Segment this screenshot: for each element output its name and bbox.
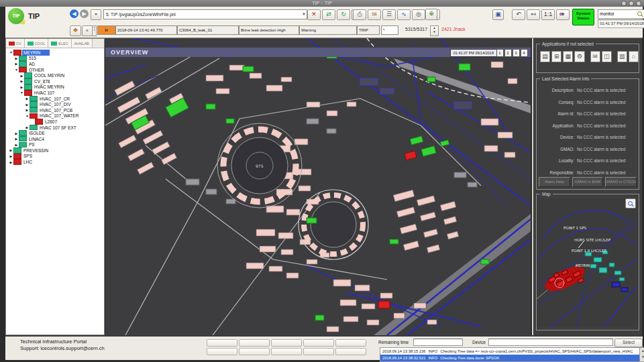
trend-panel-icon[interactable]: ⊞: [551, 51, 561, 62]
tree-item-515[interactable]: ▶515: [6, 56, 104, 62]
search-input[interactable]: [598, 10, 636, 17]
alarm-description-cell[interactable]: Brine leak detection High: [239, 25, 299, 35]
search-icon[interactable]: [637, 11, 642, 16]
settings-icon[interactable]: ⚙: [574, 51, 584, 62]
alarm-filter-combobox[interactable]: *: [381, 25, 398, 35]
site-map[interactable]: 975: [105, 38, 531, 335]
split-view-icon[interactable]: ⇄: [322, 9, 335, 20]
camera-icon[interactable]: ⌂: [629, 51, 639, 62]
tree-closed-arrow-icon[interactable]: ▶: [25, 103, 30, 107]
remaining-time-field[interactable]: [413, 339, 463, 346]
quick-slot-button[interactable]: [207, 348, 237, 355]
document-icon[interactable]: ✉: [590, 51, 600, 62]
first-page-icon[interactable]: ↤: [527, 9, 540, 20]
tree-item-prevessin[interactable]: ▶PREVESSIN: [6, 147, 104, 154]
device-field[interactable]: [488, 339, 613, 346]
tree-item-hvac-107-cr[interactable]: ▶HVAC_107_CR: [6, 96, 104, 102]
refresh-icon[interactable]: ↻: [337, 9, 350, 20]
overview-page-button-1[interactable]: 1: [496, 49, 504, 57]
find-device-icon[interactable]: ◎: [412, 9, 425, 20]
window-minimize-button[interactable]: [621, 1, 627, 6]
sidebar-tab-availab[interactable]: AVAILAB: [72, 39, 93, 48]
tree-closed-arrow-icon[interactable]: ▶: [14, 131, 19, 135]
tree-item-linac4[interactable]: ▶LINAC4: [6, 136, 104, 142]
tree-item-hvac-meyrin[interactable]: ▶HVAC MEYRIN: [6, 84, 104, 90]
overview-page-button-2[interactable]: 2: [504, 49, 512, 57]
tree-view-icon[interactable]: ☰: [382, 9, 396, 20]
quick-slot-button[interactable]: [335, 348, 366, 355]
tree-open-arrow-icon[interactable]: ▼: [25, 114, 30, 118]
alarm-state-cell[interactable]: H: [97, 25, 115, 35]
trend-icon[interactable]: ∿: [397, 9, 411, 20]
tree-closed-arrow-icon[interactable]: ▶: [19, 79, 24, 83]
alarm-timestamp-cell[interactable]: 2018-09-14 13:41:49.770: [115, 25, 177, 35]
alarm-row-spin[interactable]: ▴▾: [92, 25, 97, 36]
alarm-device-cell[interactable]: C3064_B_leak_01: [177, 25, 239, 35]
quick-slot-button[interactable]: [239, 339, 270, 347]
tree-closed-arrow-icon[interactable]: ▶: [25, 97, 30, 101]
tree-open-arrow-icon[interactable]: ▼: [14, 68, 19, 72]
tree-item-lhc[interactable]: ▶LHC: [6, 159, 104, 165]
tree-open-arrow-icon[interactable]: ▼: [9, 50, 13, 54]
log-row[interactable]: 2018.09.14 13:38:15.136INFOChecking Tree…: [380, 348, 639, 355]
quick-slot-button[interactable]: [239, 348, 270, 355]
schedule-icon[interactable]: ▥: [617, 51, 627, 62]
alarm-flag-icon[interactable]: ❖: [70, 25, 81, 36]
sidebar-tab-cv[interactable]: CV: [6, 39, 25, 48]
undo-icon[interactable]: ↶: [512, 9, 525, 20]
quick-slot-button[interactable]: [271, 339, 302, 347]
copy-icon[interactable]: ◫: [602, 51, 612, 62]
actual-size-button[interactable]: 1:1: [541, 9, 555, 20]
scroll-up-icon[interactable]: ▲: [640, 348, 644, 354]
tree-closed-arrow-icon[interactable]: ▶: [14, 143, 19, 147]
tree-closed-arrow-icon[interactable]: ▶: [9, 160, 13, 164]
tree-closed-arrow-icon[interactable]: ▶: [9, 154, 13, 158]
tree-closed-arrow-icon[interactable]: ▶: [19, 74, 24, 78]
tree-closed-arrow-icon[interactable]: ▶: [9, 148, 13, 152]
gmao-in-eam-button[interactable]: GMAO in EAM: [572, 177, 604, 187]
synoptic-icon[interactable]: ▤: [540, 51, 550, 62]
tree-closed-arrow-icon[interactable]: ▶: [25, 125, 30, 129]
alarm-help-button[interactable]: Alarm Help: [539, 177, 570, 187]
view-mode-icon[interactable]: ∞: [559, 10, 564, 17]
print-icon[interactable]: ⎙: [353, 9, 366, 20]
alarm-action-cell[interactable]: TRIP: [357, 25, 380, 35]
quick-slot-button[interactable]: [303, 339, 334, 347]
window-close-button[interactable]: [636, 1, 641, 6]
tree-item-meyrin[interactable]: ▼MEYRIN: [6, 50, 104, 56]
tree-open-arrow-icon[interactable]: ▼: [19, 90, 24, 95]
tree-closed-arrow-icon[interactable]: ▶: [14, 56, 19, 60]
scroll-down-icon[interactable]: ▼: [640, 354, 644, 360]
email-icon[interactable]: ✉: [368, 9, 381, 20]
export-icon[interactable]: ⊕: [425, 9, 437, 20]
tree-item-ps[interactable]: ▶PS: [6, 142, 104, 148]
window-switch-icon[interactable]: ▣: [492, 9, 504, 20]
quick-slot-button[interactable]: [207, 339, 237, 347]
alarm-severity-cell[interactable]: Warning: [299, 25, 357, 35]
select-button[interactable]: Select: [614, 339, 643, 347]
map-zoom-button[interactable]: [625, 198, 636, 208]
overview-page-button-3[interactable]: 3: [513, 49, 520, 57]
pending-alarms-count[interactable]: 2421 Jhack: [441, 27, 466, 32]
log-scrollbar[interactable]: ▲ ▼: [639, 347, 644, 362]
quick-slot-button[interactable]: [271, 348, 302, 355]
tree-item-isolde[interactable]: ▶ISOLDE: [6, 130, 104, 136]
forward-button[interactable]: ▶: [80, 9, 89, 18]
tree-item-cool-meyrin[interactable]: ▶COOL MEYRIN: [6, 72, 104, 78]
log-row[interactable]: 2018.09.14 13:38:32.521INFOChecking Tree…: [380, 355, 639, 361]
tree-item-hvac-107-pcb[interactable]: ▶HVAC_107_PCB: [6, 107, 104, 113]
tree-item-other[interactable]: ▼OTHER: [6, 67, 104, 73]
window-maximize-button[interactable]: [629, 1, 634, 6]
device-list-icon[interactable]: ▦: [563, 51, 573, 62]
tree-item-hvac-107-water[interactable]: ▼HVAC_107_WATER: [6, 113, 104, 119]
overview-page-button-4[interactable]: 4: [521, 49, 528, 57]
tree-item-cv-878[interactable]: ▶CV_878: [6, 78, 104, 84]
quick-slot-button[interactable]: [303, 348, 334, 355]
tree-closed-arrow-icon[interactable]: ▶: [19, 85, 24, 89]
sidebar-tab-elec[interactable]: ELEC: [48, 39, 71, 48]
tree-item-l2607[interactable]: L2607: [6, 119, 104, 125]
tree-closed-arrow-icon[interactable]: ▶: [14, 137, 19, 141]
sidebar-tab-cool[interactable]: COOL: [25, 39, 49, 48]
back-button[interactable]: ◀: [70, 9, 78, 18]
gmao-in-cyco2-button[interactable]: GMAO in CYCO2: [605, 177, 637, 187]
